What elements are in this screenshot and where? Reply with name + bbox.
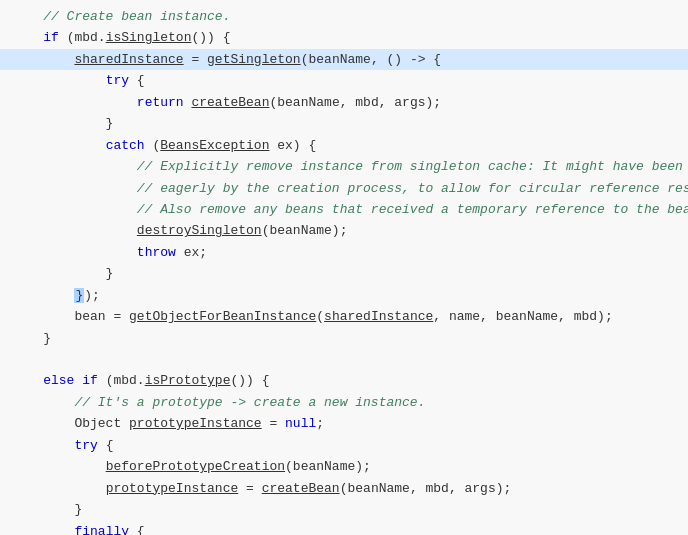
code-line-3: sharedInstance = getSingleton(beanName, …: [0, 49, 688, 70]
code-line-5: return createBean(beanName, mbd, args);: [0, 92, 688, 113]
code-line-23: prototypeInstance = createBean(beanName,…: [0, 478, 688, 499]
code-line-6: }: [0, 113, 688, 134]
code-line-4: try {: [0, 70, 688, 91]
code-line-19: // It's a prototype -> create a new inst…: [0, 392, 688, 413]
code-line-16: }: [0, 328, 688, 349]
code-line-13: }: [0, 263, 688, 284]
code-line-21: try {: [0, 435, 688, 456]
code-viewer: // Create bean instance. if (mbd.isSingl…: [0, 0, 688, 535]
code-line-18: else if (mbd.isPrototype()) {: [0, 370, 688, 391]
code-line-1: // Create bean instance.: [0, 6, 688, 27]
code-line-22: beforePrototypeCreation(beanName);: [0, 456, 688, 477]
code-line-14: });: [0, 285, 688, 306]
code-line-8: // Explicitly remove instance from singl…: [0, 156, 688, 177]
code-line-2: if (mbd.isSingleton()) {: [0, 27, 688, 48]
code-line-20: Object prototypeInstance = null;: [0, 413, 688, 434]
closing-brace: }: [74, 288, 84, 303]
code-line-17: [0, 349, 688, 370]
code-line-10: // Also remove any beans that received a…: [0, 199, 688, 220]
code-line-24: }: [0, 499, 688, 520]
code-line-11: destroySingleton(beanName);: [0, 220, 688, 241]
code-line-9: // eagerly by the creation process, to a…: [0, 178, 688, 199]
code-line-25: finally {: [0, 521, 688, 536]
code-line-7: catch (BeansException ex) {: [0, 135, 688, 156]
code-line-12: throw ex;: [0, 242, 688, 263]
code-line-15: bean = getObjectForBeanInstance(sharedIn…: [0, 306, 688, 327]
